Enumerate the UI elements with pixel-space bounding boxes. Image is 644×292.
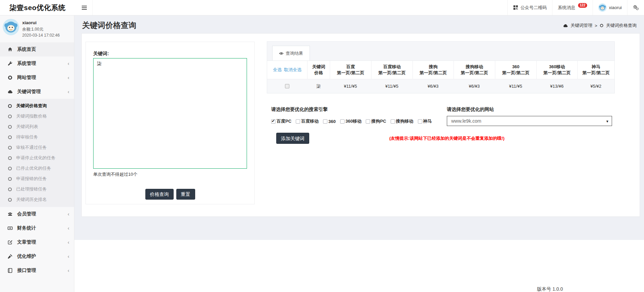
select-all-link[interactable]: 全选	[273, 67, 282, 73]
qrcode-label: 公众号二维码	[521, 5, 547, 11]
user-menu-item[interactable]: xiaorui	[593, 0, 627, 15]
book-icon	[7, 268, 13, 273]
site-select-value: www.le9k.com	[451, 118, 481, 124]
submenu-item-label: 已停止优化的任务	[16, 165, 51, 171]
topbar-actions: 公众号二维码 系统消息122 xiaorui	[507, 0, 644, 15]
submenu-item-label: 申请报错的任务	[16, 176, 47, 182]
settings-menu-item[interactable]	[627, 0, 644, 15]
breadcrumb-current[interactable]: 关键词价格查询	[606, 23, 637, 29]
cell-price-baidu: ¥11/¥5	[330, 79, 371, 93]
engine-option-sogou-pc[interactable]: 搜狗PC	[366, 118, 386, 124]
hamburger-icon	[82, 6, 87, 10]
tab-query-results[interactable]: 查询结果	[272, 46, 310, 60]
messages-label: 系统消息	[558, 5, 575, 11]
app-logo: 柒壹seo优化系统	[0, 0, 74, 15]
site-select-block: 请选择您要优化的网站 www.le9k.com	[447, 107, 612, 126]
main-content: 关键词价格查询 关键词管理 > 关键词价格查询 关键词: 柒 单次查询不得超过1…	[74, 15, 644, 292]
cell-price-baidu-mobile: ¥11/¥5	[371, 79, 413, 93]
sidebar-item-api[interactable]: 接口管理	[0, 263, 74, 278]
cell-keyword: 柒	[307, 79, 330, 93]
checkbox-icon	[296, 119, 300, 124]
eye-icon	[279, 51, 284, 56]
engine-option-baidu-mobile[interactable]: 百度移动	[296, 118, 319, 124]
sidebar-item-label: 接口管理	[17, 267, 36, 274]
submenu-item-keyword-index-price[interactable]: 关键词指数价格	[0, 111, 74, 122]
add-keyword-button[interactable]: 添加关键词	[276, 133, 309, 144]
chevron-left-icon	[68, 60, 69, 66]
deselect-all-link[interactable]: 取消全选	[284, 67, 301, 73]
sidebar-item-label: 系统管理	[17, 60, 36, 67]
submenu-item-error-handled[interactable]: 已处理报错任务	[0, 184, 74, 195]
checkbox-icon	[366, 119, 370, 124]
submenu-item-keyword-list[interactable]: 关键词列表	[0, 122, 74, 132]
submenu-item-error-request[interactable]: 申请报错的任务	[0, 174, 74, 184]
submenu-item-keyword-price-query[interactable]: 关键词价格查询	[0, 101, 74, 111]
qrcode-icon	[513, 5, 518, 10]
topbar-username: xiaorui	[609, 5, 622, 10]
chevron-left-icon	[68, 253, 69, 259]
submenu-item-keyword-history-rank[interactable]: 关键词历史排名	[0, 195, 74, 205]
engine-option-shenma[interactable]: 神马	[418, 118, 432, 124]
checkbox-icon	[323, 119, 327, 124]
sidebar-item-members[interactable]: 会员管理	[0, 207, 74, 221]
sidebar-item-keywords[interactable]: 关键词管理	[0, 85, 74, 99]
chevron-left-icon	[68, 225, 69, 231]
sidebar-item-articles[interactable]: 文章管理	[0, 235, 74, 249]
circle-icon	[8, 156, 12, 160]
submenu-item-pending-review[interactable]: 待审核任务	[0, 132, 74, 142]
engine-option-360-mobile[interactable]: 360移动	[340, 118, 362, 124]
circle-icon	[600, 24, 604, 28]
chevron-left-icon	[68, 75, 69, 80]
table-row: 柒 ¥11/¥5 ¥11/¥5 ¥6/¥3 ¥6/¥3 ¥11/¥5 ¥13/¥…	[267, 79, 614, 93]
sidebar-item-home[interactable]: 系统首页	[0, 42, 74, 56]
sidebar-username: xiaorui	[22, 19, 60, 26]
users-icon	[7, 211, 13, 217]
wrench-icon	[7, 61, 13, 66]
reset-button[interactable]: 重置	[176, 189, 195, 200]
row-checkbox[interactable]	[285, 84, 289, 88]
app-window: 柒壹seo优化系统 公众号二维码 系统消息122 xiaorui	[0, 0, 644, 292]
sidebar-item-system[interactable]: 系统管理	[0, 56, 74, 71]
avatar	[3, 19, 19, 35]
submenu-item-review-rejected[interactable]: 审核不通过任务	[0, 142, 74, 153]
site-select[interactable]: www.le9k.com	[447, 116, 612, 126]
checkbox-checked-icon	[271, 119, 276, 124]
sidebar-item-label: 财务统计	[17, 225, 36, 231]
chevron-left-icon	[68, 89, 69, 94]
sidebar-user-panel: xiaorui 余额:1.00元 2020-03-14 17:02:46	[0, 15, 74, 42]
column-header-360: 360第一页/第二页	[495, 61, 536, 79]
price-query-button[interactable]: 价格查询	[145, 189, 174, 200]
sidebar-datetime: 2020-03-14 17:02:46	[22, 32, 60, 38]
circle-icon	[8, 115, 12, 118]
sidebar-item-finance[interactable]: 财务统计	[0, 221, 74, 235]
keyword-textarea[interactable]: 柒	[93, 58, 247, 169]
breadcrumb-separator: >	[595, 23, 597, 28]
sidebar-item-maintenance[interactable]: 优化维护	[0, 249, 74, 263]
column-header-baidu-mobile: 百度移动第一页/第二页	[371, 61, 413, 79]
sidebar-toggle-button[interactable]	[76, 0, 93, 15]
sidebar-balance: 余额:1.00元	[22, 26, 60, 32]
submenu-item-label: 关键词历史排名	[16, 197, 47, 203]
engine-option-sogou-mobile[interactable]: 搜狗移动	[391, 118, 414, 124]
messages-count-badge: 122	[578, 3, 587, 8]
gears-icon	[633, 5, 639, 10]
engine-option-360[interactable]: 360	[323, 119, 336, 124]
breadcrumb-section[interactable]: 关键词管理	[570, 23, 592, 29]
edit-icon	[7, 240, 13, 245]
duplicate-hint-text: (友情提示:该网站下已经添加的关键词是不会重复添加的哦!)	[389, 135, 504, 141]
submenu-item-stopped-tasks[interactable]: 已停止优化的任务	[0, 163, 74, 174]
submenu-item-label: 关键词列表	[16, 124, 38, 130]
submenu-item-stop-request[interactable]: 申请停止优化的任务	[0, 153, 74, 163]
home-icon	[7, 47, 13, 52]
page-title: 关键词价格查询	[82, 20, 136, 31]
column-header-sogou-mobile: 搜狗移动第一页/第二页	[454, 61, 495, 79]
column-header-baidu: 百度第一页/第二页	[330, 61, 371, 79]
messages-menu-item[interactable]: 系统消息122	[552, 0, 593, 15]
circle-icon	[8, 125, 12, 129]
chevron-left-icon	[68, 211, 69, 217]
sidebar-item-website[interactable]: 网站管理	[0, 71, 74, 85]
submenu-item-label: 关键词指数价格	[16, 113, 47, 119]
optimize-options: 请选择您要优化的搜索引擎 百度PC 百度移动 360 360移动 搜狗PC 搜狗…	[267, 107, 615, 144]
qrcode-menu-item[interactable]: 公众号二维码	[507, 0, 552, 15]
engine-option-baidu-pc[interactable]: 百度PC	[271, 118, 291, 124]
